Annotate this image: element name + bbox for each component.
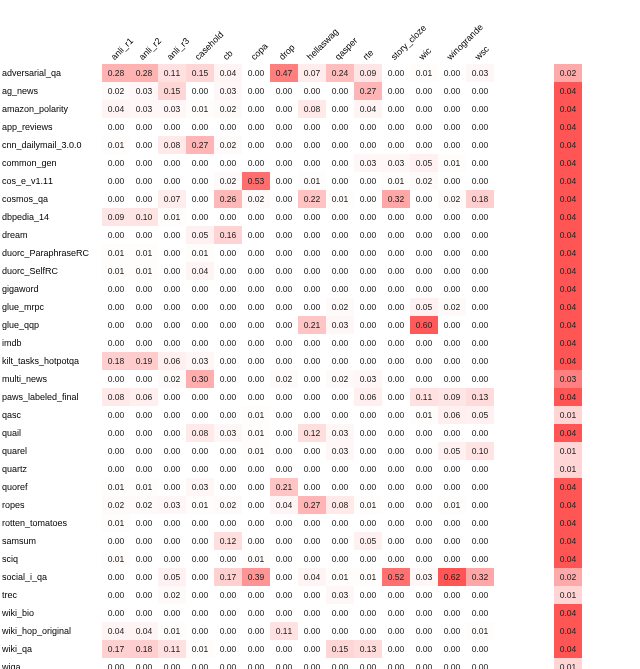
heatmap-cell: 0.00 [382, 550, 410, 568]
table-row: 0.04 [554, 298, 640, 316]
heatmap-cell: 0.00 [298, 658, 326, 669]
heatmap-cell: 0.00 [270, 334, 298, 352]
heatmap-cell: 0.00 [214, 388, 242, 406]
heatmap-cell: 0.03 [214, 424, 242, 442]
heatmap-cell: 0.00 [130, 442, 158, 460]
heatmap-cell: 0.02 [214, 172, 242, 190]
heatmap-cell: 0.09 [438, 388, 466, 406]
row-label: wiki_qa [2, 644, 102, 654]
heatmap-cell: 0.00 [270, 316, 298, 334]
heatmap-cell: 0.00 [298, 640, 326, 658]
heatmap-cell: 0.00 [242, 658, 270, 669]
heatmap-cell: 0.00 [354, 136, 382, 154]
heatmap-cell: 0.00 [130, 532, 158, 550]
heatmap-cell: 0.00 [186, 460, 214, 478]
column-header: story_cloze [382, 2, 410, 64]
row-label: social_i_qa [2, 572, 102, 582]
heatmap-cell: 0.00 [466, 316, 494, 334]
heatmap-cell: 0.00 [298, 604, 326, 622]
heatmap-cell: 0.01 [554, 442, 582, 460]
heatmap-cell: 0.00 [354, 226, 382, 244]
heatmap-cell: 0.00 [130, 406, 158, 424]
heatmap-cell: 0.00 [466, 154, 494, 172]
heatmap-cell: 0.00 [270, 388, 298, 406]
heatmap-cell: 0.00 [214, 262, 242, 280]
heatmap-cell: 0.00 [298, 82, 326, 100]
table-row: 0.01 [554, 460, 640, 478]
heatmap-cell: 0.32 [466, 568, 494, 586]
heatmap-cell: 0.00 [382, 226, 410, 244]
heatmap-cell: 0.00 [298, 460, 326, 478]
table-row: 0.01 [554, 406, 640, 424]
heatmap-cell: 0.00 [102, 154, 130, 172]
heatmap-cell: 0.00 [382, 370, 410, 388]
column-header: anli_r2 [130, 2, 158, 64]
heatmap-cell: 0.00 [102, 298, 130, 316]
heatmap-cell: 0.00 [354, 190, 382, 208]
heatmap-cell: 0.00 [242, 622, 270, 640]
heatmap-cell: 0.09 [354, 64, 382, 82]
heatmap-cell: 0.00 [102, 532, 130, 550]
heatmap-cell: 0.00 [382, 244, 410, 262]
heatmap-cell: 0.00 [466, 334, 494, 352]
heatmap-cell: 0.15 [158, 82, 186, 100]
heatmap-cell: 0.04 [554, 244, 582, 262]
heatmap-cell: 0.00 [242, 460, 270, 478]
heatmap-cell: 0.00 [102, 334, 130, 352]
heatmap-cell: 0.00 [158, 442, 186, 460]
heatmap-cell: 0.27 [354, 82, 382, 100]
heatmap-cell: 0.00 [186, 118, 214, 136]
heatmap-cell: 0.00 [326, 658, 354, 669]
heatmap-cell: 0.00 [410, 190, 438, 208]
table-row: gigaword0.000.000.000.000.000.000.000.00… [2, 280, 494, 298]
table-row: wiki_bio0.000.000.000.000.000.000.000.00… [2, 604, 494, 622]
heatmap-cell: 0.04 [554, 208, 582, 226]
heatmap-cell: 0.00 [214, 622, 242, 640]
heatmap-cell: 0.00 [270, 550, 298, 568]
heatmap-cell: 0.00 [158, 532, 186, 550]
heatmap-cell: 0.00 [382, 100, 410, 118]
heatmap-cell: 0.00 [270, 442, 298, 460]
heatmap-cell: 0.01 [410, 406, 438, 424]
heatmap-cell: 0.00 [186, 280, 214, 298]
heatmap-cell: 0.00 [130, 316, 158, 334]
heatmap-cell: 0.00 [242, 514, 270, 532]
heatmap-cell: 0.00 [270, 640, 298, 658]
heatmap-cell: 0.00 [354, 244, 382, 262]
heatmap-cell: 0.00 [438, 478, 466, 496]
row-label: app_reviews [2, 122, 102, 132]
heatmap-cell: 0.00 [410, 118, 438, 136]
heatmap-cell: 0.00 [438, 586, 466, 604]
heatmap-cell: 0.00 [186, 658, 214, 669]
table-row: 0.01 [554, 442, 640, 460]
table-row: 0.04 [554, 478, 640, 496]
heatmap-cell: 0.02 [438, 190, 466, 208]
heatmap-cell: 0.00 [382, 136, 410, 154]
table-row: 0.04 [554, 208, 640, 226]
heatmap-cell: 0.00 [410, 604, 438, 622]
heatmap-cell: 0.00 [270, 406, 298, 424]
heatmap-cell: 0.02 [554, 568, 582, 586]
heatmap-cell: 0.00 [242, 136, 270, 154]
table-row: 0.04 [554, 514, 640, 532]
heatmap-cell: 0.00 [410, 208, 438, 226]
heatmap-cell: 0.00 [102, 460, 130, 478]
heatmap-cell: 0.16 [214, 226, 242, 244]
heatmap-cell: 0.00 [410, 478, 438, 496]
heatmap-cell: 0.00 [242, 154, 270, 172]
heatmap-cell: 0.00 [382, 622, 410, 640]
heatmap-cell: 0.03 [214, 82, 242, 100]
heatmap-cell: 0.00 [158, 298, 186, 316]
column-header: qasper [326, 2, 354, 64]
table-row: 0.04 [554, 154, 640, 172]
heatmap-cell: 0.01 [130, 262, 158, 280]
heatmap-cell: 0.26 [214, 190, 242, 208]
table-row: dream0.000.000.000.050.160.000.000.000.0… [2, 226, 494, 244]
heatmap-cell: 0.00 [270, 532, 298, 550]
heatmap-cell: 0.47 [270, 64, 298, 82]
heatmap-cell: 0.00 [326, 334, 354, 352]
heatmap-cell: 0.00 [242, 100, 270, 118]
row-label: wiki_bio [2, 608, 102, 618]
heatmap-cell: 0.03 [326, 316, 354, 334]
table-row: app_reviews0.000.000.000.000.000.000.000… [2, 118, 494, 136]
